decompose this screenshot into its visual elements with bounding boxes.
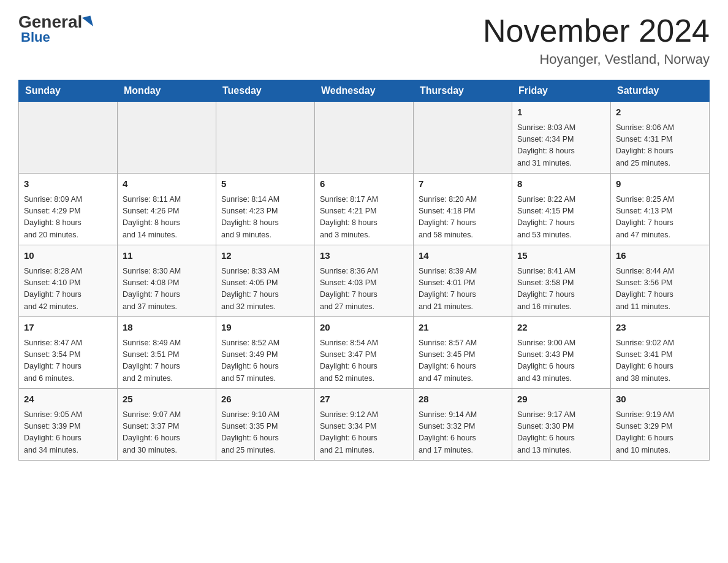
day-number: 28 (419, 393, 507, 407)
calendar-cell: 2Sunrise: 8:06 AMSunset: 4:31 PMDaylight… (611, 102, 710, 174)
weekday-header: Sunday (19, 80, 118, 102)
calendar-cell (315, 102, 414, 174)
day-info: Sunrise: 8:49 AMSunset: 3:51 PMDaylight:… (123, 337, 211, 385)
day-info: Sunrise: 9:12 AMSunset: 3:34 PMDaylight:… (320, 409, 408, 457)
day-info: Sunrise: 8:22 AMSunset: 4:15 PMDaylight:… (517, 194, 605, 242)
day-number: 15 (517, 249, 605, 263)
calendar-cell: 20Sunrise: 8:54 AMSunset: 3:47 PMDayligh… (315, 317, 414, 389)
day-info: Sunrise: 8:44 AMSunset: 3:56 PMDaylight:… (616, 266, 704, 313)
day-info: Sunrise: 8:03 AMSunset: 4:34 PMDaylight:… (517, 122, 605, 170)
calendar-cell (19, 102, 118, 174)
calendar-cell: 5Sunrise: 8:14 AMSunset: 4:23 PMDaylight… (216, 174, 315, 245)
day-number: 13 (320, 249, 408, 263)
calendar-cell: 1Sunrise: 8:03 AMSunset: 4:34 PMDaylight… (512, 102, 611, 174)
calendar-cell: 30Sunrise: 9:19 AMSunset: 3:29 PMDayligh… (611, 389, 710, 461)
day-number: 16 (616, 249, 704, 263)
calendar-cell: 10Sunrise: 8:28 AMSunset: 4:10 PMDayligh… (19, 245, 118, 317)
location-subtitle: Hoyanger, Vestland, Norway (483, 52, 710, 67)
calendar-cell: 11Sunrise: 8:30 AMSunset: 4:08 PMDayligh… (118, 245, 216, 317)
calendar-cell: 21Sunrise: 8:57 AMSunset: 3:45 PMDayligh… (414, 317, 512, 389)
day-number: 12 (221, 249, 309, 263)
day-number: 19 (221, 321, 309, 335)
weekday-header: Thursday (414, 80, 512, 102)
day-number: 10 (24, 249, 112, 263)
day-info: Sunrise: 8:47 AMSunset: 3:54 PMDaylight:… (24, 337, 112, 385)
day-number: 18 (123, 321, 211, 335)
logo: General Blue (18, 12, 92, 45)
calendar-week-row: 1Sunrise: 8:03 AMSunset: 4:34 PMDaylight… (19, 102, 710, 174)
calendar-cell: 29Sunrise: 9:17 AMSunset: 3:30 PMDayligh… (512, 389, 611, 461)
weekday-header: Saturday (611, 80, 710, 102)
day-info: Sunrise: 8:33 AMSunset: 4:05 PMDaylight:… (221, 266, 309, 313)
calendar-cell: 14Sunrise: 8:39 AMSunset: 4:01 PMDayligh… (414, 245, 512, 317)
day-info: Sunrise: 8:25 AMSunset: 4:13 PMDaylight:… (616, 194, 704, 242)
day-info: Sunrise: 8:52 AMSunset: 3:49 PMDaylight:… (221, 337, 309, 385)
day-number: 7 (419, 177, 507, 191)
calendar-header-row: SundayMondayTuesdayWednesdayThursdayFrid… (19, 80, 710, 102)
weekday-header: Tuesday (216, 80, 315, 102)
day-info: Sunrise: 8:09 AMSunset: 4:29 PMDaylight:… (24, 194, 112, 242)
day-number: 4 (123, 177, 211, 191)
day-info: Sunrise: 8:20 AMSunset: 4:18 PMDaylight:… (419, 194, 507, 242)
day-info: Sunrise: 8:54 AMSunset: 3:47 PMDaylight:… (320, 337, 408, 385)
calendar-cell: 17Sunrise: 8:47 AMSunset: 3:54 PMDayligh… (19, 317, 118, 389)
calendar-cell: 19Sunrise: 8:52 AMSunset: 3:49 PMDayligh… (216, 317, 315, 389)
day-number: 1 (517, 105, 605, 120)
title-block: November 2024 Hoyanger, Vestland, Norway (483, 12, 710, 67)
day-number: 8 (517, 177, 605, 191)
logo-blue: Blue (21, 29, 50, 45)
day-number: 24 (24, 393, 112, 407)
calendar-cell: 15Sunrise: 8:41 AMSunset: 3:58 PMDayligh… (512, 245, 611, 317)
weekday-header: Friday (512, 80, 611, 102)
day-number: 22 (517, 321, 605, 335)
day-number: 30 (616, 393, 704, 407)
calendar-cell: 22Sunrise: 9:00 AMSunset: 3:43 PMDayligh… (512, 317, 611, 389)
calendar-cell: 9Sunrise: 8:25 AMSunset: 4:13 PMDaylight… (611, 174, 710, 245)
calendar-week-row: 3Sunrise: 8:09 AMSunset: 4:29 PMDaylight… (19, 174, 710, 245)
page-header: General Blue November 2024 Hoyanger, Ves… (18, 12, 710, 67)
calendar-cell: 18Sunrise: 8:49 AMSunset: 3:51 PMDayligh… (118, 317, 216, 389)
calendar-cell: 8Sunrise: 8:22 AMSunset: 4:15 PMDaylight… (512, 174, 611, 245)
calendar-cell: 16Sunrise: 8:44 AMSunset: 3:56 PMDayligh… (611, 245, 710, 317)
day-info: Sunrise: 8:39 AMSunset: 4:01 PMDaylight:… (419, 266, 507, 313)
day-number: 25 (123, 393, 211, 407)
day-number: 20 (320, 321, 408, 335)
day-number: 6 (320, 177, 408, 191)
calendar-cell: 6Sunrise: 8:17 AMSunset: 4:21 PMDaylight… (315, 174, 414, 245)
day-info: Sunrise: 8:36 AMSunset: 4:03 PMDaylight:… (320, 266, 408, 313)
day-info: Sunrise: 9:02 AMSunset: 3:41 PMDaylight:… (616, 337, 704, 385)
day-number: 5 (221, 177, 309, 191)
calendar-cell: 23Sunrise: 9:02 AMSunset: 3:41 PMDayligh… (611, 317, 710, 389)
day-number: 3 (24, 177, 112, 191)
calendar-cell: 12Sunrise: 8:33 AMSunset: 4:05 PMDayligh… (216, 245, 315, 317)
day-number: 23 (616, 321, 704, 335)
day-info: Sunrise: 9:05 AMSunset: 3:39 PMDaylight:… (24, 409, 112, 457)
logo-arrow-icon (82, 15, 93, 28)
calendar-cell (414, 102, 512, 174)
calendar-cell: 25Sunrise: 9:07 AMSunset: 3:37 PMDayligh… (118, 389, 216, 461)
day-number: 11 (123, 249, 211, 263)
calendar-cell: 4Sunrise: 8:11 AMSunset: 4:26 PMDaylight… (118, 174, 216, 245)
day-info: Sunrise: 9:19 AMSunset: 3:29 PMDaylight:… (616, 409, 704, 457)
day-number: 2 (616, 105, 704, 120)
calendar-cell: 7Sunrise: 8:20 AMSunset: 4:18 PMDaylight… (414, 174, 512, 245)
day-info: Sunrise: 8:30 AMSunset: 4:08 PMDaylight:… (123, 266, 211, 313)
calendar-week-row: 10Sunrise: 8:28 AMSunset: 4:10 PMDayligh… (19, 245, 710, 317)
day-info: Sunrise: 8:17 AMSunset: 4:21 PMDaylight:… (320, 194, 408, 242)
day-info: Sunrise: 9:10 AMSunset: 3:35 PMDaylight:… (221, 409, 309, 457)
day-info: Sunrise: 8:28 AMSunset: 4:10 PMDaylight:… (24, 266, 112, 313)
calendar-cell: 3Sunrise: 8:09 AMSunset: 4:29 PMDaylight… (19, 174, 118, 245)
calendar-cell: 28Sunrise: 9:14 AMSunset: 3:32 PMDayligh… (414, 389, 512, 461)
day-number: 29 (517, 393, 605, 407)
day-info: Sunrise: 8:14 AMSunset: 4:23 PMDaylight:… (221, 194, 309, 242)
day-number: 21 (419, 321, 507, 335)
day-number: 26 (221, 393, 309, 407)
day-info: Sunrise: 9:17 AMSunset: 3:30 PMDaylight:… (517, 409, 605, 457)
day-number: 27 (320, 393, 408, 407)
day-info: Sunrise: 8:11 AMSunset: 4:26 PMDaylight:… (123, 194, 211, 242)
day-info: Sunrise: 9:14 AMSunset: 3:32 PMDaylight:… (419, 409, 507, 457)
day-info: Sunrise: 8:57 AMSunset: 3:45 PMDaylight:… (419, 337, 507, 385)
day-number: 9 (616, 177, 704, 191)
calendar-cell: 13Sunrise: 8:36 AMSunset: 4:03 PMDayligh… (315, 245, 414, 317)
weekday-header: Wednesday (315, 80, 414, 102)
